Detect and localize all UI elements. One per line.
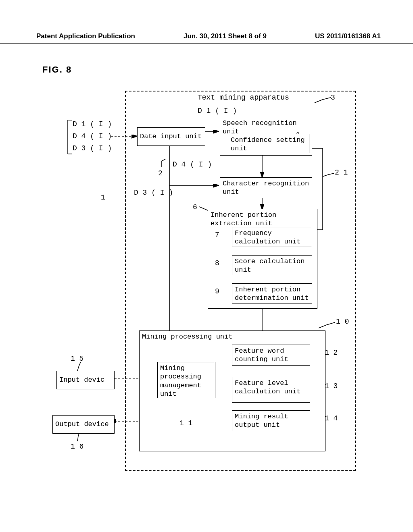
ref-9: 9 (215, 287, 219, 295)
ref-14: 1 4 (325, 414, 338, 422)
header-center: Jun. 30, 2011 Sheet 8 of 9 (184, 32, 267, 40)
feature-level-calculation-unit: Feature level calculation unit (232, 377, 310, 403)
ref-10: 1 0 (336, 318, 349, 326)
mining-proc-label: Mining processing unit (142, 332, 323, 341)
ref-6: 6 (193, 203, 197, 211)
ref-11: 1 1 (179, 419, 192, 427)
header-right: US 2011/0161368 A1 (315, 32, 381, 40)
input-d1: D 1 ( I ) (73, 120, 112, 128)
mining-processing-management-unit: Mining processing management unit (157, 362, 215, 398)
input-d3: D 3 ( I ) (73, 144, 112, 152)
input-device-label: Input devic (59, 376, 104, 384)
inherent-ext-label: Inherent portion extraction unit (211, 211, 315, 228)
date-input-unit: Date input unit (137, 127, 205, 146)
mining-result-output-unit: Mining result output unit (232, 410, 310, 431)
ref-12: 1 2 (325, 349, 338, 357)
character-recognition-unit: Character recognition unit (220, 177, 312, 198)
feature-word-label: Feature word counting unit (235, 347, 288, 363)
figure-label: FIG. 8 (42, 64, 72, 75)
signal-d1: D 1 ( I ) (198, 107, 237, 115)
ref-21: 2 1 (335, 168, 348, 177)
apparatus-title: Text mining apparatus (198, 94, 289, 102)
score-calc-label: Score calculation unit (235, 258, 305, 274)
signal-d3: D 3 ( I ) (134, 189, 173, 197)
confidence-setting-unit: Confidence setting unit (228, 134, 309, 153)
ref-15: 1 5 (71, 355, 83, 363)
feature-word-counting-unit: Feature word counting unit (232, 345, 310, 366)
output-device: Output device (52, 415, 115, 434)
inherent-det-label: Inherent portion determination unit (235, 286, 309, 302)
ref-8: 8 (215, 259, 219, 267)
date-input-label: Date input unit (140, 132, 202, 141)
output-device-label: Output device (55, 420, 109, 428)
ref-3: 3 (331, 94, 335, 102)
page-header: Patent Application Publication Jun. 30, … (0, 32, 413, 44)
header-left: Patent Application Publication (36, 32, 135, 40)
ref-7: 7 (215, 231, 219, 239)
diagram-area: D 1 ( I ) D 4 ( I ) D 3 ( I ) 2 1 (48, 89, 371, 488)
signal-d4: D 4 ( I ) (173, 160, 212, 168)
inherent-portion-determination-unit: Inherent portion determination unit (232, 283, 312, 303)
mining-result-label: Mining result output unit (235, 413, 288, 429)
input-device: Input devic (56, 371, 115, 389)
mining-mgmt-label: Mining processing management unit (160, 364, 201, 398)
ref-16: 1 6 (71, 443, 83, 451)
ref-13: 1 3 (325, 382, 338, 390)
char-rec-label: Character recognition unit (223, 180, 309, 196)
freq-calc-label: Frequency calculation unit (235, 229, 300, 245)
feature-level-label: Feature level calculation unit (235, 379, 300, 395)
frequency-calculation-unit: Frequency calculation unit (232, 227, 312, 247)
input-d4: D 4 ( I ) (73, 132, 112, 140)
svg-text:1: 1 (101, 193, 105, 202)
confidence-label: Confidence setting unit (231, 136, 305, 152)
score-calculation-unit: Score calculation unit (232, 255, 312, 275)
